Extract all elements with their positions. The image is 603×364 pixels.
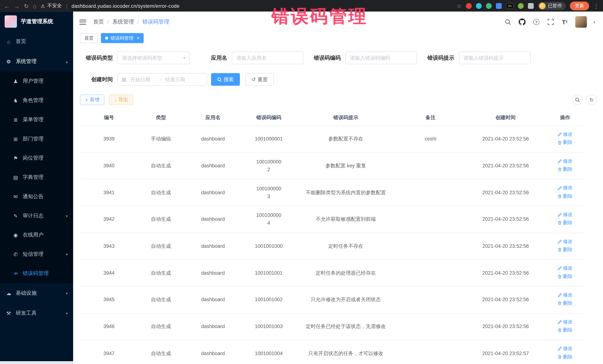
col-header-type: 类型 bbox=[138, 110, 184, 126]
sidebar-item-posts[interactable]: ⚑ 岗位管理 bbox=[0, 148, 73, 168]
browser-home-icon[interactable]: ⌂ bbox=[33, 3, 36, 9]
refresh-icon: ↻ bbox=[590, 97, 594, 103]
audit-icon: ✎ bbox=[12, 213, 19, 219]
sidebar-item-infra[interactable]: ☁ 基础设施 ▾ bbox=[0, 283, 73, 303]
sidebar-item-notices[interactable]: ✉ 通知公告 bbox=[0, 187, 73, 206]
leaf-extension-icon[interactable] bbox=[518, 3, 524, 9]
sidebar-item-audit-logs[interactable]: ✎ 审计日志 ▾ bbox=[0, 206, 73, 225]
edit-link[interactable]: 修改 bbox=[557, 265, 573, 272]
browser-menu-icon[interactable]: ⋮ bbox=[593, 3, 599, 9]
teal-extension-icon[interactable] bbox=[476, 3, 482, 9]
search-button[interactable]: 搜索 bbox=[211, 73, 240, 86]
chevron-down-icon: ▾ bbox=[183, 56, 185, 60]
trash-icon bbox=[557, 221, 562, 225]
main-panel: 首页 / 系统管理 / 错误码管理 ? bbox=[73, 11, 603, 364]
toggle-search-button[interactable] bbox=[572, 95, 583, 105]
edit-link[interactable]: 修改 bbox=[557, 318, 573, 326]
avatar-caret-icon[interactable]: ▾ bbox=[593, 20, 595, 24]
calendar-icon: ▦ bbox=[122, 77, 127, 82]
browser-update-button[interactable]: 更新 bbox=[570, 1, 589, 10]
error-type-select[interactable]: 请选择错误码类型 ▾ bbox=[117, 52, 190, 64]
add-button[interactable]: + 新增 bbox=[80, 95, 104, 105]
edit-link[interactable]: 修改 bbox=[557, 131, 573, 138]
sidebar-item-menus[interactable]: ≣ 菜单管理 bbox=[0, 110, 73, 129]
tools-icon: ⚒ bbox=[5, 310, 12, 316]
breadcrumb-home[interactable]: 首页 bbox=[93, 19, 104, 25]
help-icon[interactable]: ? bbox=[533, 18, 540, 26]
tab-error-code[interactable]: 错误码管理 × bbox=[101, 33, 144, 43]
delete-link[interactable]: 删除 bbox=[557, 246, 573, 254]
sidebar-item-home[interactable]: ⌂ 首页 bbox=[0, 32, 73, 52]
red-extension-icon[interactable] bbox=[466, 3, 472, 9]
error-hint-input[interactable] bbox=[459, 52, 531, 64]
sidebar-item-online-users[interactable]: ◉ 在线用户 bbox=[0, 225, 73, 245]
infra-icon: ☁ bbox=[5, 290, 12, 296]
bookmark-star-icon[interactable]: ☆ bbox=[456, 3, 462, 9]
reset-button[interactable]: ↺ 重置 bbox=[245, 73, 274, 86]
refresh-button[interactable]: ↻ bbox=[587, 95, 597, 105]
url-divider: | bbox=[66, 3, 67, 9]
fullscreen-icon[interactable] bbox=[547, 18, 555, 26]
edit-link[interactable]: 修改 bbox=[557, 345, 573, 353]
breadcrumb-system[interactable]: 系统管理 bbox=[112, 19, 134, 25]
github-icon[interactable] bbox=[518, 18, 526, 26]
col-header-code: 错误码编码 bbox=[242, 110, 296, 126]
cell-actions: 修改 删除 bbox=[546, 206, 584, 233]
edit-link[interactable]: 修改 bbox=[557, 211, 573, 219]
tab-home[interactable]: 首页 bbox=[80, 33, 98, 43]
tab-label: 首页 bbox=[84, 35, 94, 41]
delete-link[interactable]: 删除 bbox=[557, 193, 573, 200]
export-button[interactable]: ↓ 导出 bbox=[109, 95, 133, 105]
reload-icon[interactable]: ↻ bbox=[24, 3, 29, 9]
cell-code: 1001001004 bbox=[242, 340, 296, 364]
grid-extension-icon[interactable] bbox=[496, 3, 502, 9]
sidebar-item-dev-tools[interactable]: ⚒ 研发工具 ▾ bbox=[0, 303, 73, 323]
user-avatar[interactable] bbox=[575, 16, 587, 28]
sidebar-item-error-codes[interactable]: </> 错误码管理 bbox=[0, 264, 73, 283]
edit-link[interactable]: 修改 bbox=[557, 238, 573, 245]
profile-paused-badge[interactable]: 已暂停 bbox=[538, 2, 566, 10]
menu-fold-icon[interactable] bbox=[79, 20, 86, 24]
app-logo[interactable]: 芋道管理系统 bbox=[0, 11, 73, 32]
forward-icon[interactable]: → bbox=[14, 3, 20, 9]
sidebar-item-depts[interactable]: ⊞ 部门管理 bbox=[0, 129, 73, 148]
tab-close-icon[interactable]: × bbox=[137, 35, 139, 41]
font-size-icon[interactable]: TT bbox=[561, 18, 569, 26]
sidebar-item-users[interactable]: ♟ 用户管理 bbox=[0, 72, 73, 91]
back-icon[interactable]: ← bbox=[4, 3, 10, 9]
sidebar-item-dicts[interactable]: ▤ 字典管理 bbox=[0, 168, 73, 187]
delete-link[interactable]: 删除 bbox=[557, 220, 573, 227]
date-start-placeholder: 开始日期 bbox=[130, 76, 156, 83]
delete-link[interactable]: 删除 bbox=[557, 166, 573, 173]
sidebar-item-system[interactable]: ⚙ 系统管理 ▴ bbox=[0, 52, 73, 72]
sidebar-scrollbar[interactable] bbox=[0, 361, 73, 364]
delete-link[interactable]: 删除 bbox=[557, 353, 573, 361]
search-icon[interactable] bbox=[504, 18, 512, 26]
delete-link[interactable]: 删除 bbox=[557, 273, 573, 280]
edit-link[interactable]: 修改 bbox=[557, 292, 573, 299]
select-placeholder: 请选择错误码类型 bbox=[122, 55, 162, 61]
app-name-input[interactable] bbox=[232, 52, 303, 64]
error-code-input[interactable] bbox=[346, 52, 417, 64]
security-badge[interactable]: ⚠ 不安全 bbox=[41, 2, 62, 9]
create-time-range-picker[interactable]: ▦ 开始日期 - 结束日期 bbox=[117, 73, 207, 86]
table-row: 3943 自动生成 dashboard 1001001000 定时任务不存在 2… bbox=[80, 233, 584, 260]
delete-link[interactable]: 删除 bbox=[557, 327, 573, 334]
edit-link[interactable]: 修改 bbox=[557, 157, 573, 165]
cell-remark bbox=[396, 179, 465, 206]
filter-label-app: 应用名 bbox=[211, 55, 227, 61]
delete-link[interactable]: 删除 bbox=[557, 139, 573, 146]
sidebar-item-sms[interactable]: ✆ 短信管理 ▾ bbox=[0, 245, 73, 264]
delete-link[interactable]: 删除 bbox=[557, 300, 573, 307]
filter-label-time: 创建时间 bbox=[82, 76, 113, 83]
user-icon: ♟ bbox=[12, 78, 19, 84]
table-wrap: 编号 类型 应用名 错误码编码 错误码提示 备注 创建时间 操作 3939 手动… bbox=[80, 110, 597, 364]
vue-extension-icon[interactable] bbox=[486, 3, 492, 9]
url-text[interactable]: dashboard.yudao.iocoder.cn/system/error-… bbox=[71, 3, 179, 9]
edit-link[interactable]: 修改 bbox=[557, 184, 573, 192]
on-extension-icon[interactable]: on bbox=[506, 3, 514, 9]
sidebar: 芋道管理系统 ⌂ 首页 ⚙ 系统管理 ▴ ♟ 用户管理 ♞ 角色管理 ≣ 菜单管… bbox=[0, 11, 73, 364]
sidebar-item-roles[interactable]: ♞ 角色管理 bbox=[0, 91, 73, 110]
extensions-puzzle-icon[interactable] bbox=[528, 3, 533, 9]
notice-icon: ✉ bbox=[12, 194, 19, 199]
